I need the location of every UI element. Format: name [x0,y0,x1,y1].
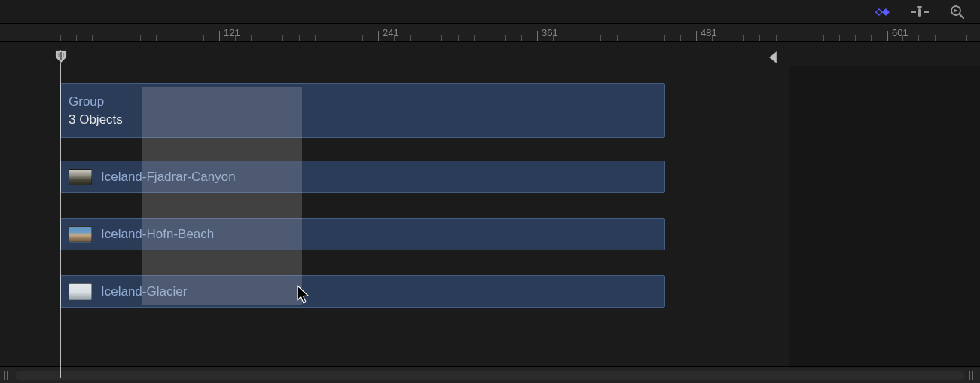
ruler-minor-tick [441,35,442,41]
scroll-handle-left-icon[interactable] [4,371,11,380]
svg-line-7 [960,14,963,18]
ruler-minor-tick [871,35,872,41]
group-subtitle: 3 Objects [69,112,664,127]
ruler-tick-label: 121 [224,27,240,38]
timeline-clip[interactable]: Iceland-Fjadrar-Canyon [60,161,665,193]
ruler-minor-tick [776,35,777,41]
timeline-ruler[interactable]: 121241361481601 [0,24,980,42]
ruler-major-tick: 361 [537,24,538,41]
ruler-tick-label: 481 [701,27,717,38]
playhead-marker-icon[interactable] [55,50,67,66]
ruler-minor-tick [331,35,331,41]
ruler-minor-tick [808,35,808,41]
ruler-minor-tick [839,35,840,41]
svg-rect-2 [918,8,921,17]
ruler-minor-tick [92,35,93,41]
playhead-line[interactable] [60,50,61,378]
scroll-handle-right-icon[interactable] [969,371,976,380]
ruler-tick-label: 361 [542,27,558,38]
ruler-minor-tick [172,35,172,41]
ruler-minor-tick [855,35,856,41]
timeline-window: 121241361481601 Group 3 Objects [0,0,980,383]
clip-label: Iceland-Glacier [101,284,187,299]
timeline-clip[interactable]: Iceland-Hofn-Beach [60,218,665,250]
svg-rect-4 [924,11,929,13]
ruler-minor-tick [966,35,967,41]
clip-thumbnail [69,226,92,243]
ruler-major-tick: 481 [696,24,697,41]
ruler-minor-tick [282,35,283,41]
ruler-minor-tick [585,35,585,41]
ruler-minor-tick [918,35,919,41]
horizontal-scrollbar[interactable] [0,366,980,383]
ruler-minor-tick [935,35,936,41]
clip-label: Iceland-Fjadrar-Canyon [101,170,236,185]
ruler-minor-tick [299,35,300,41]
ruler-minor-tick [203,35,204,41]
clip-thumbnail [69,283,92,300]
ruler-minor-tick [458,35,459,41]
timeline-clip[interactable]: Iceland-Glacier [60,275,665,308]
ruler-minor-tick [664,35,665,41]
ruler-minor-tick [188,35,188,41]
ruler-minor-tick [362,35,363,41]
keyframe-tool-icon[interactable] [872,5,893,20]
ruler-minor-tick [743,35,744,41]
svg-marker-8 [954,9,958,12]
svg-rect-3 [911,11,916,13]
group-title: Group [69,94,664,109]
svg-marker-0 [876,8,882,14]
ruler-minor-tick [251,35,252,41]
ruler-minor-tick [759,35,760,41]
ruler-minor-tick [680,35,681,41]
group-header-bar[interactable]: Group 3 Objects [60,83,665,138]
ruler-minor-tick [505,35,506,41]
ruler-minor-tick [633,35,633,41]
ruler-minor-tick [490,35,490,41]
ruler-minor-tick [124,35,124,41]
ruler-minor-tick [600,35,601,41]
ruler-minor-tick [728,35,728,41]
svg-rect-5 [917,6,922,8]
top-toolbar [0,0,980,24]
ruler-major-tick: 241 [378,24,379,41]
ruler-minor-tick [569,35,569,41]
ruler-minor-tick [521,35,522,41]
ruler-minor-tick [140,35,141,41]
ruler-minor-tick [792,35,792,41]
ruler-minor-tick [617,35,618,41]
ruler-minor-tick [410,35,411,41]
svg-marker-1 [882,8,890,16]
ruler-minor-tick [156,35,157,41]
ruler-minor-tick [76,35,77,41]
ruler-minor-tick [347,35,347,41]
ruler-tick-label: 241 [383,27,399,38]
ruler-major-tick: 121 [219,24,220,41]
zoom-tool-icon[interactable] [947,5,968,20]
ruler-minor-tick [60,35,61,41]
clip-label: Iceland-Hofn-Beach [101,227,214,242]
ruler-minor-tick [474,35,475,41]
timeline-area[interactable]: 121241361481601 Group 3 Objects [0,24,980,42]
out-point-marker-icon[interactable] [768,51,777,67]
inactive-region [789,66,980,368]
snap-tool-icon[interactable] [909,5,930,20]
ruler-major-tick: 601 [887,24,888,41]
ruler-minor-tick [108,35,108,41]
ruler-minor-tick [649,35,649,41]
ruler-minor-tick [426,35,426,41]
scroll-track[interactable] [15,371,965,380]
ruler-minor-tick [315,35,316,41]
ruler-minor-tick [267,35,267,41]
ruler-minor-tick [951,35,951,41]
ruler-minor-tick [823,35,824,41]
clip-thumbnail [69,169,92,185]
ruler-tick-label: 601 [892,27,908,38]
